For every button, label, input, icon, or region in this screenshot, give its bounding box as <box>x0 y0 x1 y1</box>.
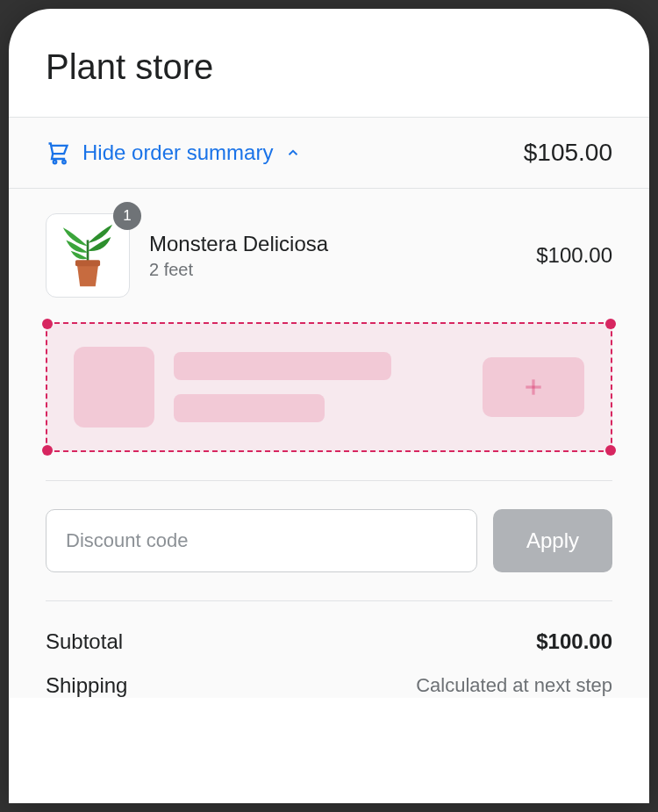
resize-handle-top-right[interactable] <box>605 319 616 329</box>
line-item: 1 Monstera Deliciosa 2 feet $100.00 <box>46 213 612 298</box>
placeholder-lines <box>174 352 463 422</box>
product-name: Monstera Deliciosa <box>149 232 517 256</box>
placeholder-line <box>174 352 391 380</box>
divider <box>46 600 612 601</box>
shipping-value: Calculated at next step <box>416 674 612 697</box>
placeholder-dropzone[interactable] <box>46 322 612 452</box>
svg-rect-2 <box>75 260 100 266</box>
order-summary-section: Hide order summary $105.00 <box>9 117 649 698</box>
product-thumbnail: 1 <box>46 213 130 298</box>
order-summary-toggle[interactable]: Hide order summary <box>46 140 301 165</box>
resize-handle-bottom-right[interactable] <box>605 445 616 456</box>
discount-code-input[interactable] <box>46 509 477 572</box>
order-summary-toggle-label: Hide order summary <box>82 140 273 165</box>
product-price: $100.00 <box>536 243 612 268</box>
placeholder-thumbnail <box>74 347 154 428</box>
product-meta: Monstera Deliciosa 2 feet <box>149 232 517 280</box>
quantity-badge: 1 <box>113 202 141 230</box>
divider <box>46 480 612 481</box>
subtotal-label: Subtotal <box>46 629 123 654</box>
placeholder-skeleton <box>47 324 611 450</box>
chevron-up-icon <box>285 145 301 161</box>
shipping-row: Shipping Calculated at next step <box>46 673 612 698</box>
placeholder-line <box>174 394 325 422</box>
apply-button[interactable]: Apply <box>493 509 612 572</box>
shipping-label: Shipping <box>46 673 127 698</box>
order-summary-content: 1 Monstera Deliciosa 2 feet $100.00 <box>9 189 649 698</box>
subtotal-value: $100.00 <box>536 629 612 654</box>
checkout-screen: Plant store Hide order summary $105.00 <box>9 9 649 803</box>
discount-row: Apply <box>46 509 612 572</box>
order-summary-total: $105.00 <box>524 139 612 167</box>
svg-point-0 <box>54 161 57 164</box>
plus-icon <box>522 376 545 399</box>
plant-icon <box>49 217 126 294</box>
resize-handle-top-left[interactable] <box>42 319 53 329</box>
header: Plant store <box>9 9 649 117</box>
order-summary-toggle-row: Hide order summary $105.00 <box>9 118 649 189</box>
store-title: Plant store <box>46 47 612 87</box>
product-variant: 2 feet <box>149 260 517 280</box>
totals: Subtotal $100.00 Shipping Calculated at … <box>46 629 612 698</box>
svg-point-1 <box>62 161 66 164</box>
resize-handle-bottom-left[interactable] <box>42 445 53 456</box>
subtotal-row: Subtotal $100.00 <box>46 629 612 654</box>
placeholder-add-button[interactable] <box>483 357 584 417</box>
cart-icon <box>46 140 70 165</box>
